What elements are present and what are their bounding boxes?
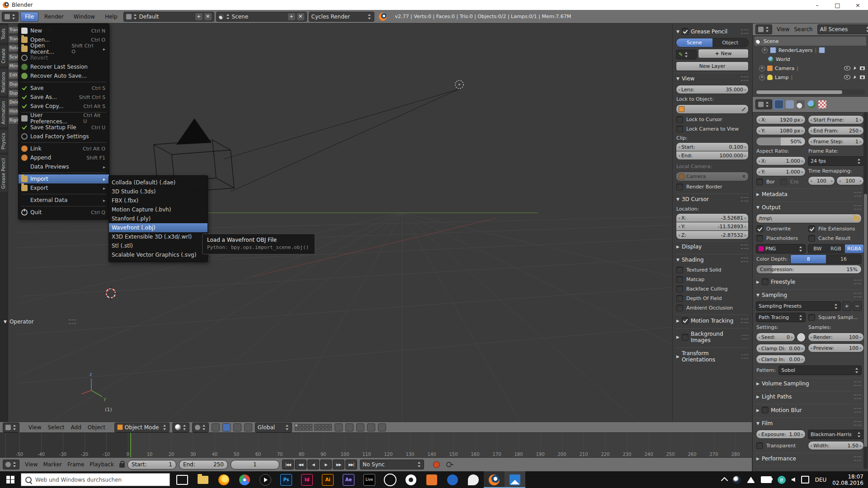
panel-grip[interactable]: [69, 319, 76, 324]
scrollbar-thumb[interactable]: [864, 194, 867, 447]
remove-preset-button[interactable]: −: [853, 301, 862, 311]
transparent-checkbox[interactable]: [756, 442, 763, 449]
render-engine-selector[interactable]: Cycles Render: [309, 12, 374, 22]
gp-new-button[interactable]: +New: [698, 49, 749, 58]
motion-tracking-checkbox[interactable]: [682, 317, 689, 324]
taskbar-app[interactable]: Ae: [338, 471, 359, 488]
taskbar-app[interactable]: [463, 471, 484, 488]
view-section-header[interactable]: ▼View: [676, 73, 749, 84]
view3d-menu[interactable]: Add: [68, 424, 85, 431]
end-frame-field[interactable]: End Fram:250: [808, 126, 864, 135]
motion-blur-checkbox[interactable]: [762, 407, 769, 413]
shading-option-row[interactable]: Matcap: [676, 275, 749, 284]
crop-checkbox[interactable]: [780, 178, 787, 185]
expand-icon[interactable]: +: [759, 66, 765, 71]
menu-item-open-recent[interactable]: Open Recent...Shift Ctrl O▸: [19, 44, 109, 53]
render-layers-tab[interactable]: [786, 100, 794, 108]
toolshelf-button[interactable]: Mirror: [8, 62, 19, 70]
volume-sampling-header[interactable]: ▶Volume Sampling: [756, 378, 862, 389]
shading-checkbox[interactable]: [676, 305, 683, 311]
clamp-direct-field[interactable]: Clamp Di:0.00: [756, 344, 806, 353]
shading-checkbox[interactable]: [676, 286, 683, 292]
lock-object-field[interactable]: [676, 104, 749, 114]
menu-item-user-preferences[interactable]: User Preferences...Ctrl Alt U: [19, 114, 109, 123]
local-camera-field[interactable]: Camera✕: [676, 172, 749, 181]
rgb-option[interactable]: RGB: [827, 244, 845, 253]
menu-help[interactable]: Help: [101, 12, 121, 21]
bw-option[interactable]: BW: [808, 244, 827, 253]
toolshelf-tab[interactable]: Relations: [0, 69, 8, 96]
eset-tray-icon[interactable]: e: [778, 476, 786, 484]
toolshelf-button[interactable]: Delete: [8, 99, 19, 106]
translate-manipulator-icon[interactable]: [222, 423, 231, 432]
shading-checkbox[interactable]: [676, 267, 683, 273]
taskbar-app[interactable]: [505, 471, 525, 488]
transparent-row[interactable]: Transparent: [756, 440, 806, 451]
outliner-menu-search[interactable]: Search: [794, 26, 812, 33]
freestyle-section-header[interactable]: ▶Freestyle: [756, 276, 862, 287]
menu-item-export[interactable]: Export▸: [19, 183, 109, 192]
shading-option-row[interactable]: Backface Culling: [676, 284, 749, 294]
output-path-field[interactable]: /tmp\: [756, 214, 862, 223]
filter-dropdown[interactable]: Blackman-Harris: [808, 430, 864, 439]
integrator-dropdown[interactable]: Path Tracing: [756, 313, 806, 322]
shading-option-row[interactable]: Textured Solid: [676, 265, 749, 275]
timeline-menu[interactable]: View: [22, 461, 40, 468]
gp-scene-tab[interactable]: Scene: [676, 38, 712, 47]
remove-scene-button[interactable]: ✕: [297, 13, 304, 20]
overwrite-row[interactable]: Overwrite: [756, 224, 806, 234]
menu-item-stl[interactable]: Stl (.stl): [109, 241, 208, 250]
menu-item-save-startup-file[interactable]: Save Startup FileCtrl U: [19, 123, 109, 132]
editor-type-selector[interactable]: [2, 12, 19, 22]
shading-section-header[interactable]: ▼Shading: [676, 254, 749, 265]
time-remap-old-field[interactable]: 100: [808, 176, 835, 185]
taskbar-app[interactable]: [380, 471, 401, 488]
frame-step-field[interactable]: Frame Step:1: [808, 137, 864, 146]
taskbar-app[interactable]: Ps: [276, 471, 297, 488]
resolution-y-field[interactable]: Y:1080 px: [756, 126, 806, 135]
snap-magnet-icon[interactable]: [345, 423, 354, 432]
grease-pencil-header[interactable]: ▼Grease Pencil: [676, 26, 749, 37]
pattern-dropdown[interactable]: Sobol: [778, 366, 862, 375]
menu-item-data-previews[interactable]: Data Previews▸: [19, 162, 109, 171]
object-tab[interactable]: [818, 100, 826, 108]
outliner-item-scene[interactable]: Scene: [755, 37, 866, 46]
menu-item-save-copy[interactable]: Save Copy...Ctrl Alt S: [19, 102, 109, 111]
toolshelf-tab[interactable]: Tools: [0, 25, 8, 43]
toolshelf-tab[interactable]: Animation: [0, 98, 8, 127]
border-row[interactable]: Bor: [756, 177, 775, 187]
freestyle-checkbox[interactable]: [762, 278, 769, 285]
wifi-icon[interactable]: [747, 477, 755, 483]
cursor-z-field[interactable]: Z:-2.87532: [676, 230, 749, 239]
view3d-editor-selector[interactable]: [3, 422, 19, 432]
eyedropper-icon[interactable]: [742, 107, 745, 111]
clock[interactable]: 18:07 02.08.2016: [832, 474, 863, 486]
orientation-dropdown[interactable]: Global: [255, 422, 292, 432]
render-opengl-icon[interactable]: [367, 423, 375, 432]
render-samples-field[interactable]: Render:100: [808, 333, 864, 342]
volume-icon[interactable]: [792, 478, 795, 482]
maximize-button[interactable]: □: [827, 0, 848, 10]
render-tab[interactable]: [775, 100, 783, 108]
timeline-ruler[interactable]: -50-40-30-20-100102030405060708090100110…: [0, 432, 752, 458]
lock-icon[interactable]: [335, 423, 343, 432]
toolshelf-button[interactable]: History: [8, 108, 19, 115]
outliner-scrollbar[interactable]: [755, 89, 865, 95]
close-button[interactable]: ×: [848, 0, 868, 10]
toolshelf-button[interactable]: Rigify Dev Tools: [8, 117, 19, 124]
mode-dropdown[interactable]: Object Mode: [114, 422, 170, 432]
lock-camera-checkbox[interactable]: [676, 126, 683, 132]
selectable-icon[interactable]: [854, 75, 857, 79]
menu-item-import[interactable]: Import▸: [19, 174, 109, 183]
clip-end-field[interactable]: End:1000.000: [676, 151, 749, 160]
light-paths-header[interactable]: ▶Light Paths: [756, 391, 862, 402]
transform-orientations-header[interactable]: ▶Transform Orientations: [676, 348, 749, 365]
motion-blur-header[interactable]: ▶Motion Blur: [756, 404, 862, 416]
timeline-editor-selector[interactable]: [3, 460, 19, 469]
notifications-icon[interactable]: [801, 476, 809, 483]
renderable-icon[interactable]: [860, 75, 865, 79]
background-images-checkbox[interactable]: [682, 334, 689, 341]
border-checkbox[interactable]: [756, 178, 763, 185]
menu-item-append[interactable]: AppendShift F1: [19, 153, 109, 162]
next-keyframe-button[interactable]: ▶▶: [333, 460, 344, 469]
